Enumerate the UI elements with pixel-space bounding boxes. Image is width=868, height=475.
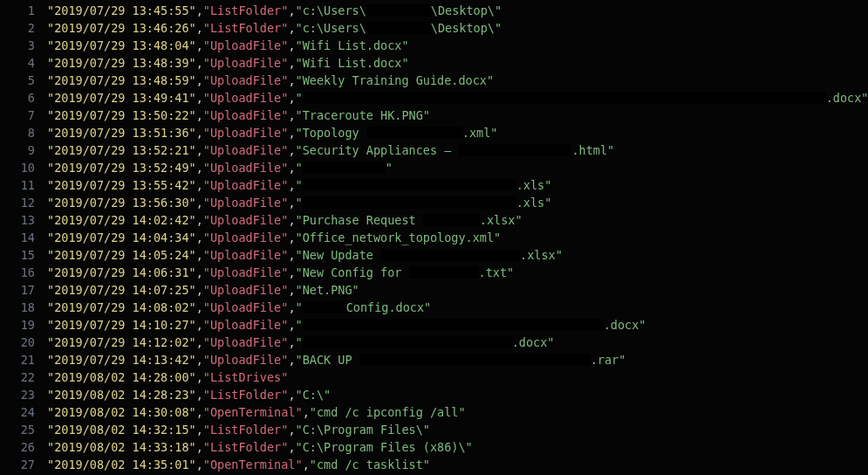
quote: " xyxy=(424,300,431,314)
quote: " xyxy=(296,353,303,367)
code-area[interactable]: "2019/07/29 13:45:55","ListFolder","c:\U… xyxy=(44,0,868,473)
separator: , xyxy=(196,38,203,52)
log-line[interactable]: "2019/07/29 13:45:55","ListFolder","c:\U… xyxy=(47,2,868,19)
log-line[interactable]: "2019/07/29 13:48:59","UploadFile","Week… xyxy=(47,72,868,89)
log-line[interactable]: "2019/07/29 13:55:42","UploadFile",".xls… xyxy=(47,176,868,194)
operation-name: "UploadFile" xyxy=(203,213,289,227)
log-line[interactable]: "2019/07/29 14:07:25","UploadFile","Net.… xyxy=(47,281,868,299)
operation-name: "ListFolder" xyxy=(203,3,289,17)
log-line[interactable]: "2019/07/29 14:05:24","UploadFile","New … xyxy=(47,246,868,264)
log-line[interactable]: "2019/08/02 14:32:15","ListFolder","C:\P… xyxy=(47,421,868,438)
separator: , xyxy=(288,126,295,140)
argument-text: .xlsx xyxy=(520,248,556,262)
quote: " xyxy=(490,126,497,140)
line-number: 27 xyxy=(0,456,35,473)
timestamp: "2019/07/29 13:49:41" xyxy=(47,91,196,105)
quote: " xyxy=(296,388,303,402)
redacted-block xyxy=(366,127,462,139)
operation-name: "UploadFile" xyxy=(203,300,289,314)
separator: , xyxy=(196,161,203,175)
quote: " xyxy=(296,56,303,70)
separator: , xyxy=(288,423,295,437)
redacted-block xyxy=(366,22,431,34)
redacted-block xyxy=(380,249,520,261)
redacted-block xyxy=(303,319,604,331)
separator: , xyxy=(288,440,295,454)
operation-name: "UploadFile" xyxy=(203,161,289,175)
separator: , xyxy=(196,213,203,227)
timestamp: "2019/08/02 14:28:23" xyxy=(47,388,196,402)
log-line[interactable]: "2019/07/29 14:10:27","UploadFile",".doc… xyxy=(47,316,868,334)
quote: " xyxy=(296,318,303,332)
separator: , xyxy=(288,248,295,262)
line-number: 13 xyxy=(0,211,35,229)
timestamp: "2019/07/29 13:48:39" xyxy=(47,56,196,70)
log-line[interactable]: "2019/07/29 14:13:42","UploadFile","BACK… xyxy=(47,351,868,368)
log-line[interactable]: "2019/07/29 13:51:36","UploadFile","Topo… xyxy=(47,124,868,141)
quote: " xyxy=(458,405,465,419)
log-line[interactable]: "2019/07/29 13:46:26","ListFolder","c:\U… xyxy=(47,19,868,37)
redacted-block xyxy=(303,92,826,104)
line-number: 20 xyxy=(0,334,35,351)
timestamp: "2019/07/29 13:56:30" xyxy=(47,196,196,210)
timestamp: "2019/08/02 14:35:01" xyxy=(47,458,196,472)
separator: , xyxy=(288,91,295,105)
separator: , xyxy=(288,161,295,175)
separator: , xyxy=(196,458,203,472)
timestamp: "2019/07/29 13:48:04" xyxy=(47,38,196,52)
separator: , xyxy=(196,248,203,262)
line-number: 26 xyxy=(0,438,35,456)
argument-text: cmd /c tasklist xyxy=(317,458,423,472)
separator: , xyxy=(196,353,203,367)
log-line[interactable]: "2019/07/29 13:48:04","UploadFile","Wifi… xyxy=(47,37,868,54)
log-line[interactable]: "2019/07/29 13:49:41","UploadFile",".doc… xyxy=(47,89,868,107)
timestamp: "2019/07/29 14:08:02" xyxy=(47,300,196,314)
log-line[interactable]: "2019/07/29 14:08:02","UploadFile","Conf… xyxy=(47,299,868,316)
log-line[interactable]: "2019/07/29 14:12:02","UploadFile",".doc… xyxy=(47,334,868,351)
operation-name: "UploadFile" xyxy=(203,38,289,52)
timestamp: "2019/07/29 13:52:49" xyxy=(47,161,196,175)
quote: " xyxy=(296,213,303,227)
separator: , xyxy=(196,143,203,157)
timestamp: "2019/07/29 13:51:36" xyxy=(47,126,196,140)
log-line[interactable]: "2019/07/29 13:52:49","UploadFile","" xyxy=(47,159,868,176)
separator: , xyxy=(196,335,203,349)
log-line[interactable]: "2019/07/29 14:04:34","UploadFile","Offi… xyxy=(47,229,868,246)
argument-text: C:\Program Files\ xyxy=(303,423,423,437)
log-line[interactable]: "2019/08/02 14:35:01","OpenTerminal","cm… xyxy=(47,456,868,473)
timestamp: "2019/07/29 14:10:27" xyxy=(47,318,196,332)
operation-name: "OpenTerminal" xyxy=(203,458,303,472)
separator: , xyxy=(288,196,295,210)
timestamp: "2019/08/02 14:33:18" xyxy=(47,440,196,454)
log-line[interactable]: "2019/07/29 13:52:21","UploadFile","Secu… xyxy=(47,141,868,159)
separator: , xyxy=(288,108,295,122)
quote: " xyxy=(544,196,551,210)
log-line[interactable]: "2019/07/29 14:06:31","UploadFile","New … xyxy=(47,264,868,281)
log-line[interactable]: "2019/07/29 14:02:42","UploadFile","Purc… xyxy=(47,211,868,229)
operation-name: "UploadFile" xyxy=(203,196,289,210)
line-number-gutter: 1234567891011121314151617181920212223242… xyxy=(0,0,44,473)
log-line[interactable]: "2019/08/02 14:30:08","OpenTerminal","cm… xyxy=(47,403,868,421)
argument-text: .docx xyxy=(604,318,639,332)
quote: " xyxy=(296,300,303,314)
operation-name: "UploadFile" xyxy=(203,56,289,70)
quote: " xyxy=(310,405,317,419)
quote: " xyxy=(544,178,551,192)
log-line[interactable]: "2019/08/02 14:28:23","ListFolder","C:\" xyxy=(47,386,868,403)
line-number: 22 xyxy=(0,368,35,386)
log-line[interactable]: "2019/08/02 14:28:00","ListDrives" xyxy=(47,368,868,386)
redacted-block xyxy=(303,336,512,348)
timestamp: "2019/07/29 14:05:24" xyxy=(47,248,196,262)
log-line[interactable]: "2019/07/29 13:50:22","UploadFile","Trac… xyxy=(47,107,868,124)
argument-text: .docx xyxy=(826,91,862,105)
argument-text: Wifi List.docx xyxy=(303,56,402,70)
log-line[interactable]: "2019/07/29 13:56:30","UploadFile",".xls… xyxy=(47,194,868,211)
separator: , xyxy=(303,405,310,419)
operation-name: "OpenTerminal" xyxy=(203,405,303,419)
quote: " xyxy=(296,196,303,210)
quote: " xyxy=(296,440,303,454)
log-line[interactable]: "2019/07/29 13:48:39","UploadFile","Wifi… xyxy=(47,54,868,72)
log-line[interactable]: "2019/08/02 14:33:18","ListFolder","C:\P… xyxy=(47,438,868,456)
redacted-block xyxy=(303,301,346,313)
argument-text: Net.PNG xyxy=(303,283,352,297)
